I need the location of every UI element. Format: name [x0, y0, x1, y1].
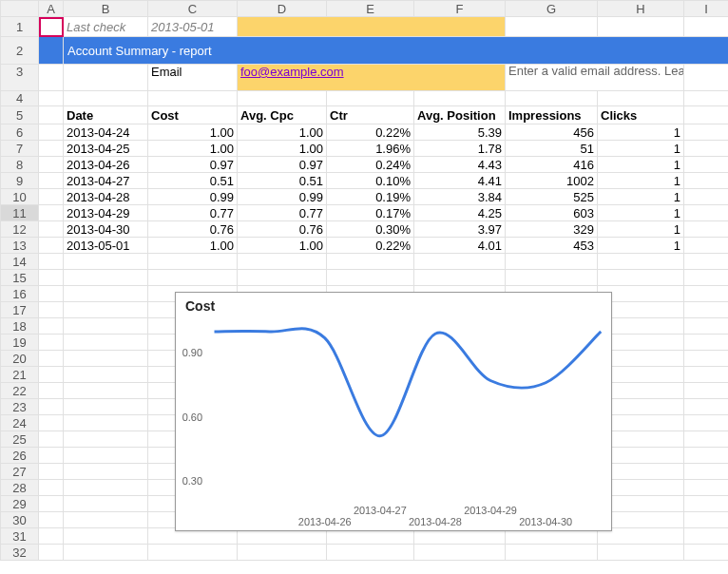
- cell-A13[interactable]: [39, 238, 64, 254]
- cell-24-8[interactable]: [684, 415, 729, 431]
- row-header-3[interactable]: 3: [1, 65, 39, 91]
- cell-I11[interactable]: [684, 205, 729, 221]
- hdr-date[interactable]: Date: [64, 106, 148, 124]
- cell-19-0[interactable]: [39, 335, 64, 351]
- row-header-26[interactable]: 26: [1, 448, 39, 464]
- cell-25-0[interactable]: [39, 431, 64, 448]
- col-header-G[interactable]: G: [506, 1, 598, 17]
- cell-A12[interactable]: [39, 221, 64, 238]
- cell-avgcpc-9[interactable]: 0.51: [238, 173, 327, 189]
- col-header-B[interactable]: B: [64, 1, 148, 17]
- cell-impr-11[interactable]: 603: [506, 205, 598, 221]
- cell-date-13[interactable]: 2013-05-01: [64, 238, 148, 254]
- cell-23-0[interactable]: [39, 399, 64, 415]
- row-header-27[interactable]: 27: [1, 464, 39, 480]
- cell-20-0[interactable]: [39, 351, 64, 367]
- cell-avgcpc-8[interactable]: 0.97: [238, 157, 327, 173]
- hdr-avgcpc[interactable]: Avg. Cpc: [238, 106, 327, 124]
- row-header-10[interactable]: 10: [1, 189, 39, 205]
- cell-31-0[interactable]: [39, 528, 64, 545]
- cell-A8[interactable]: [39, 157, 64, 173]
- cell-26-1[interactable]: [64, 448, 148, 464]
- row-header-24[interactable]: 24: [1, 415, 39, 431]
- cell-I7[interactable]: [684, 141, 729, 157]
- cell-14-1[interactable]: [64, 254, 148, 270]
- cell-20-1[interactable]: [64, 351, 148, 367]
- cell-avgpos-13[interactable]: 4.01: [414, 238, 506, 254]
- row-header-25[interactable]: 25: [1, 431, 39, 448]
- cell-A5[interactable]: [39, 106, 64, 124]
- cell-ctr-13[interactable]: 0.22%: [327, 238, 414, 254]
- cell-I3[interactable]: [684, 65, 729, 91]
- cell-16-0[interactable]: [39, 286, 64, 302]
- cell-17-8[interactable]: [684, 302, 729, 318]
- cell-18-8[interactable]: [684, 318, 729, 335]
- cell-date-8[interactable]: 2013-04-26: [64, 157, 148, 173]
- cell-avgpos-6[interactable]: 5.39: [414, 124, 506, 141]
- cell-cost-12[interactable]: 0.76: [148, 221, 238, 238]
- cell-clicks-9[interactable]: 1: [598, 173, 684, 189]
- cell-email-hint[interactable]: Enter a valid email address. Leave blank…: [506, 65, 684, 91]
- hdr-clicks[interactable]: Clicks: [598, 106, 684, 124]
- row-header-7[interactable]: 7: [1, 141, 39, 157]
- cell-14-8[interactable]: [684, 254, 729, 270]
- cell-25-8[interactable]: [684, 431, 729, 448]
- cell-r4-4[interactable]: [327, 91, 414, 106]
- cell-16-1[interactable]: [64, 286, 148, 302]
- cell-email-label[interactable]: Email: [148, 65, 238, 91]
- cell-impr-7[interactable]: 51: [506, 141, 598, 157]
- cell-date-9[interactable]: 2013-04-27: [64, 173, 148, 189]
- cell-28-1[interactable]: [64, 480, 148, 496]
- row-header-6[interactable]: 6: [1, 124, 39, 141]
- cell-22-8[interactable]: [684, 383, 729, 399]
- cell-cost-9[interactable]: 0.51: [148, 173, 238, 189]
- cell-cost-11[interactable]: 0.77: [148, 205, 238, 221]
- cell-date-10[interactable]: 2013-04-28: [64, 189, 148, 205]
- cell-ctr-11[interactable]: 0.17%: [327, 205, 414, 221]
- cell-32-3[interactable]: [238, 545, 327, 561]
- col-header-D[interactable]: D: [238, 1, 327, 17]
- cell-32-6[interactable]: [506, 545, 598, 561]
- row-header-20[interactable]: 20: [1, 351, 39, 367]
- cell-I5[interactable]: [684, 106, 729, 124]
- row-header-5[interactable]: 5: [1, 106, 39, 124]
- col-header-H[interactable]: H: [598, 1, 684, 17]
- hdr-impr[interactable]: Impressions: [506, 106, 598, 124]
- row-header-28[interactable]: 28: [1, 480, 39, 496]
- cell-r4-7[interactable]: [598, 91, 684, 106]
- cell-ctr-10[interactable]: 0.19%: [327, 189, 414, 205]
- cell-24-0[interactable]: [39, 415, 64, 431]
- cell-18-1[interactable]: [64, 318, 148, 335]
- cell-32-1[interactable]: [64, 545, 148, 561]
- cell-clicks-13[interactable]: 1: [598, 238, 684, 254]
- select-all-corner[interactable]: [1, 1, 39, 17]
- cell-32-2[interactable]: [148, 545, 238, 561]
- cell-I10[interactable]: [684, 189, 729, 205]
- cell-I1[interactable]: [684, 17, 729, 37]
- cost-chart[interactable]: Cost 0.300.600.902013-04-262013-04-27201…: [175, 292, 612, 531]
- cell-avgpos-8[interactable]: 4.43: [414, 157, 506, 173]
- row-header-23[interactable]: 23: [1, 399, 39, 415]
- row-header-21[interactable]: 21: [1, 367, 39, 383]
- cell-clicks-8[interactable]: 1: [598, 157, 684, 173]
- cell-clicks-6[interactable]: 1: [598, 124, 684, 141]
- cell-15-2[interactable]: [148, 270, 238, 286]
- cell-cost-8[interactable]: 0.97: [148, 157, 238, 173]
- cell-18-0[interactable]: [39, 318, 64, 335]
- cell-avgcpc-13[interactable]: 1.00: [238, 238, 327, 254]
- cell-yellow-1[interactable]: [238, 17, 506, 37]
- cell-ctr-9[interactable]: 0.10%: [327, 173, 414, 189]
- email-link[interactable]: foo@example.com: [240, 65, 344, 79]
- cell-29-0[interactable]: [39, 496, 64, 512]
- cell-21-1[interactable]: [64, 367, 148, 383]
- row-header-4[interactable]: 4: [1, 91, 39, 106]
- cell-29-1[interactable]: [64, 496, 148, 512]
- cell-15-6[interactable]: [506, 270, 598, 286]
- cell-14-0[interactable]: [39, 254, 64, 270]
- cell-31-8[interactable]: [684, 528, 729, 545]
- cell-last-check-date[interactable]: 2013-05-01: [148, 17, 238, 37]
- cell-A7[interactable]: [39, 141, 64, 157]
- row-header-12[interactable]: 12: [1, 221, 39, 238]
- cell-clicks-11[interactable]: 1: [598, 205, 684, 221]
- cell-29-8[interactable]: [684, 496, 729, 512]
